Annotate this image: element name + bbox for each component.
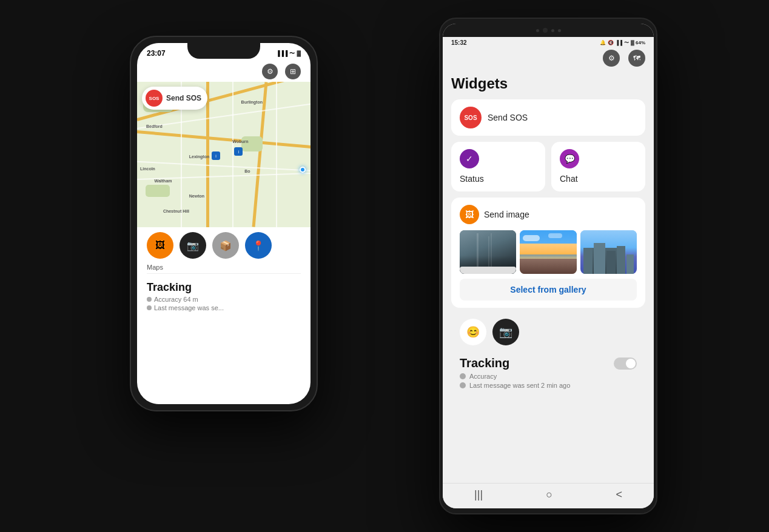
- message-icon: [460, 382, 466, 388]
- map-shield-icon: i: [212, 151, 220, 160]
- map-badge-icon: i: [234, 147, 243, 156]
- android-nav-bar: ||| ○ <: [443, 483, 654, 508]
- map-label-waltham: Waltham: [155, 179, 172, 183]
- accuracy-text: Accuracy: [469, 373, 497, 380]
- last-message-text: Last message was se...: [154, 304, 224, 311]
- scene: 23:07 ▐▐▐ 〜 ▓ ⚙ ⊞: [112, 18, 657, 514]
- map-label-burlington: Burlington: [241, 100, 263, 104]
- android-settings-icon[interactable]: ⚙: [603, 50, 620, 67]
- accuracy-icon: [460, 373, 466, 379]
- gallery-button[interactable]: Select from gallery: [460, 279, 637, 301]
- thumb-1[interactable]: [460, 230, 516, 274]
- iphone-sos-badge[interactable]: Send SOSSOS Send SOS: [142, 87, 207, 110]
- location-icon[interactable]: 📍: [245, 232, 272, 259]
- iphone-bottom-icons: 🖼 📷 📦 📍: [137, 227, 311, 264]
- camera-icon[interactable]: 📷: [180, 232, 206, 259]
- nav-menu-icon[interactable]: |||: [474, 488, 483, 501]
- widget-send-image[interactable]: 🖼 Send image: [451, 198, 645, 308]
- widget-status-label: Status: [460, 174, 484, 184]
- image-icon[interactable]: 🖼: [147, 232, 173, 259]
- iphone-status-icons: ▐▐▐ 〜 ▓: [276, 50, 301, 58]
- widget-chat-label: Chat: [560, 174, 578, 184]
- android-tracking-section: Tracking Accuracy Last message was sent …: [451, 350, 645, 395]
- map-label-bedford: Bedford: [146, 124, 163, 128]
- android-time: 15:32: [451, 39, 467, 46]
- last-message-text: Last message was sent 2 min ago: [469, 382, 570, 389]
- android-battery-icon: ▓ 64%: [631, 40, 645, 45]
- map-location-dot: [300, 167, 306, 173]
- widget-sos-icon: SOS: [460, 107, 482, 128]
- android-widget-icons-row: 😊 📷: [451, 314, 645, 350]
- iphone-notch: [187, 43, 260, 59]
- iphone-tracking-info: Accuracy 64 m Last message was se...: [147, 296, 301, 311]
- nav-home-icon[interactable]: ○: [546, 488, 552, 501]
- android-page-title: Widgets: [451, 75, 645, 92]
- iphone-map: Tewksbury Burlington Bedford Woburn Lexi…: [137, 82, 311, 227]
- message-dot: [147, 305, 152, 310]
- widget-sos-label: Send SOS: [488, 113, 528, 122]
- tracking-row: Tracking: [460, 356, 637, 370]
- map-label-chestnut-hill: Chestnut Hill: [163, 209, 189, 213]
- camera-widget-icon[interactable]: 📷: [492, 319, 519, 345]
- widget-chat[interactable]: 💬 Chat: [551, 142, 645, 191]
- android-wifi-icon: 〜: [624, 39, 629, 46]
- accuracy-text: Accuracy 64 m: [154, 296, 198, 303]
- android-map-icon[interactable]: 🗺: [628, 50, 645, 67]
- android-volume-icon: 🔇: [608, 40, 614, 45]
- android-alarm-icon: 🔔: [600, 40, 606, 45]
- sos-icon: Send SOSSOS: [146, 90, 163, 107]
- emoji-icon[interactable]: 😊: [460, 319, 486, 345]
- wifi-icon: 〜: [289, 50, 295, 58]
- thumb-3[interactable]: [580, 230, 637, 274]
- widget-send-sos[interactable]: SOS Send SOS: [451, 99, 645, 136]
- sos-label: Send SOS: [166, 94, 201, 102]
- send-image-label: Send image: [484, 210, 529, 219]
- android-signal-icon: ▐▐: [616, 40, 622, 45]
- tracking-info: Accuracy Last message was sent 2 min ago: [460, 373, 637, 389]
- tracking-title: Tracking: [460, 356, 509, 370]
- map-label-bo: Bo: [244, 169, 250, 173]
- android-device: 15:32 🔔 🔇 ▐▐ 〜 ▓ 64% ⚙ 🗺 Widgets: [439, 18, 657, 514]
- widget-status[interactable]: ✓ Status: [451, 142, 545, 191]
- widget-row-status-chat: ✓ Status 💬 Chat: [451, 142, 645, 198]
- send-image-icon: 🖼: [460, 205, 479, 224]
- send-image-header: 🖼 Send image: [460, 205, 637, 224]
- android-status-bar: 15:32 🔔 🔇 ▐▐ 〜 ▓ 64%: [443, 37, 654, 47]
- android-toolbar: ⚙ 🗺: [443, 47, 654, 69]
- map-label-lincoln: Lincoln: [140, 167, 155, 171]
- settings-icon[interactable]: ⚙: [262, 64, 278, 79]
- image-thumbnails: [460, 230, 637, 274]
- battery-icon: ▓: [297, 50, 301, 56]
- iphone-maps-label: Maps: [137, 264, 311, 271]
- map-label-newton: Newton: [189, 194, 204, 198]
- signal-icon: ▐▐▐: [276, 50, 287, 56]
- iphone-tracking-section: Tracking Accuracy 64 m Last message was …: [137, 276, 311, 316]
- grid-icon[interactable]: ⊞: [285, 64, 301, 79]
- accuracy-dot: [147, 297, 152, 302]
- cam-dot-1: [536, 29, 539, 32]
- map-label-woburn: Woburn: [232, 139, 248, 144]
- widget-status-icon: ✓: [460, 149, 479, 168]
- map-label-lexington: Lexington: [189, 155, 209, 159]
- tracking-toggle[interactable]: [614, 357, 637, 370]
- iphone-tracking-title: Tracking: [147, 281, 301, 294]
- iphone-time: 23:07: [147, 49, 166, 58]
- nav-back-icon[interactable]: <: [616, 488, 622, 501]
- android-content: Widgets SOS Send SOS ✓ Status 💬 Chat: [443, 69, 654, 483]
- iphone-toolbar: ⚙ ⊞: [137, 61, 311, 82]
- iphone-device: 23:07 ▐▐▐ 〜 ▓ ⚙ ⊞: [130, 36, 318, 411]
- cam-dot-3: [558, 29, 561, 32]
- cam-dot-lens: [543, 28, 548, 33]
- package-icon[interactable]: 📦: [212, 232, 239, 259]
- android-status-icons: 🔔 🔇 ▐▐ 〜 ▓ 64%: [600, 39, 645, 46]
- thumb-2[interactable]: [520, 230, 576, 274]
- android-camera-bar: [443, 24, 654, 37]
- widget-chat-icon: 💬: [560, 149, 579, 168]
- cam-dot-2: [551, 29, 554, 32]
